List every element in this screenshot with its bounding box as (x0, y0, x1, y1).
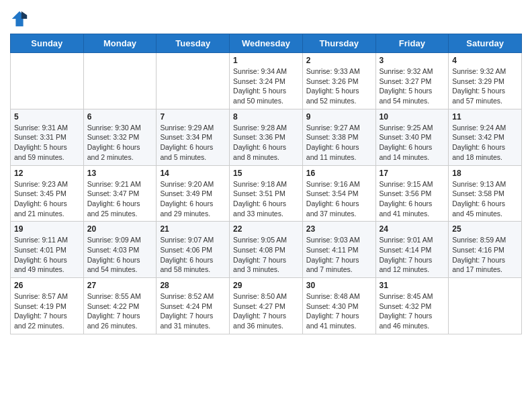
day-info: Sunrise: 9:16 AM Sunset: 3:54 PM Dayligh… (306, 179, 372, 219)
weekday-header-wednesday: Wednesday (230, 34, 303, 53)
calendar-cell: 4Sunrise: 9:32 AM Sunset: 3:29 PM Daylig… (449, 53, 522, 109)
day-number: 23 (306, 224, 372, 234)
day-info: Sunrise: 9:31 AM Sunset: 3:31 PM Dayligh… (14, 123, 80, 163)
calendar-cell: 31Sunrise: 8:45 AM Sunset: 4:32 PM Dayli… (375, 278, 449, 334)
weekday-header-thursday: Thursday (302, 34, 375, 53)
day-number: 4 (452, 56, 518, 65)
calendar-cell: 23Sunrise: 9:03 AM Sunset: 4:11 PM Dayli… (302, 222, 375, 278)
day-number: 31 (380, 281, 445, 290)
day-number: 21 (160, 224, 226, 234)
calendar-week-5: 26Sunrise: 8:57 AM Sunset: 4:19 PM Dayli… (11, 278, 522, 334)
day-number: 7 (160, 112, 226, 122)
calendar-cell: 20Sunrise: 9:09 AM Sunset: 4:03 PM Dayli… (83, 222, 157, 278)
day-number: 14 (160, 169, 226, 178)
day-info: Sunrise: 9:18 AM Sunset: 3:51 PM Dayligh… (233, 179, 299, 219)
calendar-cell: 11Sunrise: 9:24 AM Sunset: 3:42 PM Dayli… (449, 109, 522, 165)
calendar-cell: 21Sunrise: 9:07 AM Sunset: 4:06 PM Dayli… (157, 222, 230, 278)
calendar-week-1: 1Sunrise: 9:34 AM Sunset: 3:24 PM Daylig… (11, 53, 522, 109)
day-info: Sunrise: 9:01 AM Sunset: 4:14 PM Dayligh… (380, 235, 445, 275)
day-info: Sunrise: 9:20 AM Sunset: 3:49 PM Dayligh… (160, 179, 226, 219)
day-number: 27 (87, 281, 153, 290)
calendar-cell: 16Sunrise: 9:16 AM Sunset: 3:54 PM Dayli… (302, 165, 375, 222)
day-number: 20 (87, 224, 153, 234)
day-info: Sunrise: 9:28 AM Sunset: 3:36 PM Dayligh… (233, 123, 299, 163)
calendar-cell: 17Sunrise: 9:15 AM Sunset: 3:56 PM Dayli… (375, 165, 449, 222)
calendar-cell: 22Sunrise: 9:05 AM Sunset: 4:08 PM Dayli… (230, 222, 303, 278)
day-info: Sunrise: 8:52 AM Sunset: 4:24 PM Dayligh… (160, 291, 226, 331)
calendar-cell: 1Sunrise: 9:34 AM Sunset: 3:24 PM Daylig… (230, 53, 303, 109)
day-info: Sunrise: 9:21 AM Sunset: 3:47 PM Dayligh… (87, 179, 153, 219)
day-number: 6 (87, 112, 153, 122)
day-info: Sunrise: 8:59 AM Sunset: 4:16 PM Dayligh… (452, 235, 518, 275)
weekday-header-sunday: Sunday (11, 34, 84, 53)
day-info: Sunrise: 8:48 AM Sunset: 4:30 PM Dayligh… (306, 291, 372, 331)
calendar-cell: 19Sunrise: 9:11 AM Sunset: 4:01 PM Dayli… (11, 222, 84, 278)
calendar-cell: 18Sunrise: 9:13 AM Sunset: 3:58 PM Dayli… (449, 165, 522, 222)
day-number: 12 (14, 169, 80, 178)
calendar-cell: 5Sunrise: 9:31 AM Sunset: 3:31 PM Daylig… (11, 109, 84, 165)
logo (10, 9, 32, 28)
calendar-table: SundayMondayTuesdayWednesdayThursdayFrid… (10, 34, 522, 334)
day-info: Sunrise: 8:50 AM Sunset: 4:27 PM Dayligh… (233, 291, 299, 331)
calendar-cell: 24Sunrise: 9:01 AM Sunset: 4:14 PM Dayli… (375, 222, 449, 278)
day-number: 5 (14, 112, 80, 122)
day-info: Sunrise: 9:30 AM Sunset: 3:32 PM Dayligh… (87, 123, 153, 163)
calendar-cell: 30Sunrise: 8:48 AM Sunset: 4:30 PM Dayli… (302, 278, 375, 334)
calendar-cell: 8Sunrise: 9:28 AM Sunset: 3:36 PM Daylig… (230, 109, 303, 165)
day-info: Sunrise: 9:23 AM Sunset: 3:45 PM Dayligh… (14, 179, 80, 219)
weekday-header-row: SundayMondayTuesdayWednesdayThursdayFrid… (11, 34, 522, 53)
calendar-week-4: 19Sunrise: 9:11 AM Sunset: 4:01 PM Dayli… (11, 222, 522, 278)
day-number: 29 (233, 281, 299, 290)
day-number: 2 (306, 56, 372, 65)
day-info: Sunrise: 9:32 AM Sunset: 3:29 PM Dayligh… (452, 66, 518, 106)
calendar-cell (157, 53, 230, 109)
calendar-cell: 12Sunrise: 9:23 AM Sunset: 3:45 PM Dayli… (11, 165, 84, 222)
day-info: Sunrise: 9:33 AM Sunset: 3:26 PM Dayligh… (306, 66, 372, 106)
day-info: Sunrise: 8:45 AM Sunset: 4:32 PM Dayligh… (380, 291, 445, 331)
day-number: 10 (380, 112, 445, 122)
calendar-cell: 3Sunrise: 9:32 AM Sunset: 3:27 PM Daylig… (375, 53, 449, 109)
header (10, 7, 522, 28)
day-number: 17 (380, 169, 445, 178)
calendar-cell: 10Sunrise: 9:25 AM Sunset: 3:40 PM Dayli… (375, 109, 449, 165)
calendar-cell: 28Sunrise: 8:52 AM Sunset: 4:24 PM Dayli… (157, 278, 230, 334)
day-number: 18 (452, 169, 518, 178)
calendar-cell: 29Sunrise: 8:50 AM Sunset: 4:27 PM Dayli… (230, 278, 303, 334)
day-info: Sunrise: 9:34 AM Sunset: 3:24 PM Dayligh… (233, 66, 299, 106)
calendar-cell: 26Sunrise: 8:57 AM Sunset: 4:19 PM Dayli… (11, 278, 84, 334)
calendar-cell: 2Sunrise: 9:33 AM Sunset: 3:26 PM Daylig… (302, 53, 375, 109)
logo-icon (10, 9, 29, 28)
day-number: 26 (14, 281, 80, 290)
day-info: Sunrise: 9:25 AM Sunset: 3:40 PM Dayligh… (380, 123, 445, 163)
day-info: Sunrise: 8:55 AM Sunset: 4:22 PM Dayligh… (87, 291, 153, 331)
day-info: Sunrise: 9:27 AM Sunset: 3:38 PM Dayligh… (306, 123, 372, 163)
day-number: 25 (452, 224, 518, 234)
day-number: 22 (233, 224, 299, 234)
calendar-week-3: 12Sunrise: 9:23 AM Sunset: 3:45 PM Dayli… (11, 165, 522, 222)
day-info: Sunrise: 9:09 AM Sunset: 4:03 PM Dayligh… (87, 235, 153, 275)
day-info: Sunrise: 9:03 AM Sunset: 4:11 PM Dayligh… (306, 235, 372, 275)
day-info: Sunrise: 9:32 AM Sunset: 3:27 PM Dayligh… (380, 66, 445, 106)
day-number: 9 (306, 112, 372, 122)
day-number: 28 (160, 281, 226, 290)
day-info: Sunrise: 8:57 AM Sunset: 4:19 PM Dayligh… (14, 291, 80, 331)
svg-marker-1 (21, 11, 27, 19)
day-info: Sunrise: 9:13 AM Sunset: 3:58 PM Dayligh… (452, 179, 518, 219)
day-number: 15 (233, 169, 299, 178)
calendar-cell: 7Sunrise: 9:29 AM Sunset: 3:34 PM Daylig… (157, 109, 230, 165)
calendar-cell: 27Sunrise: 8:55 AM Sunset: 4:22 PM Dayli… (83, 278, 157, 334)
calendar-cell: 25Sunrise: 8:59 AM Sunset: 4:16 PM Dayli… (449, 222, 522, 278)
day-number: 3 (380, 56, 445, 65)
weekday-header-tuesday: Tuesday (157, 34, 230, 53)
day-number: 13 (87, 169, 153, 178)
day-info: Sunrise: 9:11 AM Sunset: 4:01 PM Dayligh… (14, 235, 80, 275)
day-number: 8 (233, 112, 299, 122)
calendar-cell (83, 53, 157, 109)
day-info: Sunrise: 9:07 AM Sunset: 4:06 PM Dayligh… (160, 235, 226, 275)
calendar-cell: 14Sunrise: 9:20 AM Sunset: 3:49 PM Dayli… (157, 165, 230, 222)
weekday-header-monday: Monday (83, 34, 157, 53)
day-number: 1 (233, 56, 299, 65)
day-number: 16 (306, 169, 372, 178)
weekday-header-friday: Friday (375, 34, 449, 53)
calendar-cell: 15Sunrise: 9:18 AM Sunset: 3:51 PM Dayli… (230, 165, 303, 222)
